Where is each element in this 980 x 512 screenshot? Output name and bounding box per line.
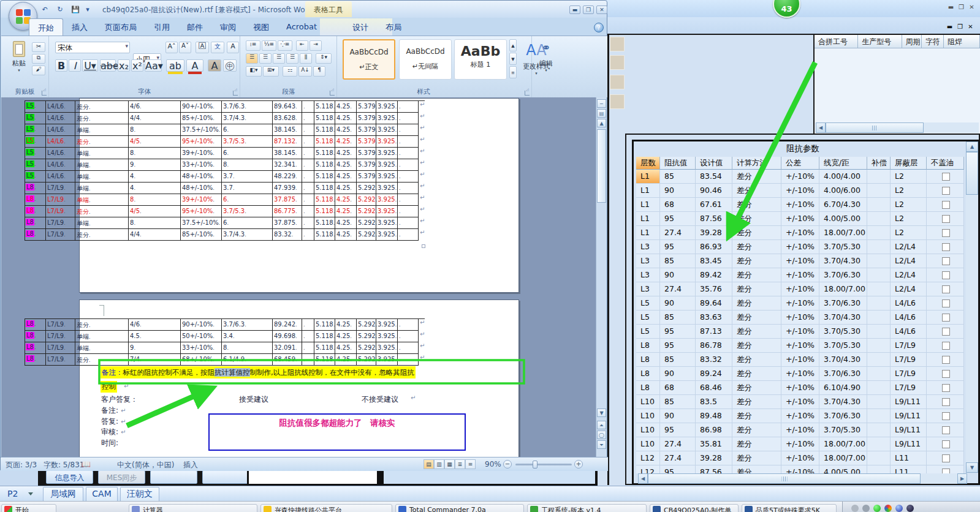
horizontal-scrollbar[interactable]: ◀: [816, 122, 979, 133]
doc-table-row[interactable]: L8L7/L9单端933+/-10%832.0915.1184.255.2923…: [25, 342, 425, 354]
redo-icon[interactable]: ↻: [54, 4, 66, 15]
param-cell-checkbox[interactable]: [927, 465, 964, 473]
highlight-color-button[interactable]: ab: [166, 59, 184, 72]
mini-column-header[interactable]: 生产型号: [858, 35, 902, 48]
shading-button[interactable]: ◧▾: [246, 66, 262, 77]
doc-table-row[interactable]: L8L7/L9差分4/690+/-10%3.7/6.389.2425.1184.…: [25, 319, 425, 331]
param-row[interactable]: L127.439.28差分+/-10%18.00/7.00L2: [636, 226, 964, 240]
checkbox[interactable]: [942, 299, 950, 307]
taskbar-item[interactable]: 兴森快捷线路公共平台: [260, 504, 392, 512]
param-row[interactable]: L59587.13差分+/-10%3.70/5.30L4/L6: [636, 325, 964, 339]
param-row[interactable]: L108583.5差分+/-10%3.70/4.30L9/L11: [636, 395, 964, 409]
view-switcher[interactable]: ▤▥▦≣≡: [424, 459, 476, 469]
dialog-launcher-icon[interactable]: [42, 91, 47, 96]
doc-warning-box[interactable]: 阻抗值很多都超能力了 请核实: [208, 413, 466, 451]
multilevel-list-button[interactable]: ⁛≡: [278, 40, 292, 51]
phonetic-guide-button[interactable]: 文: [211, 42, 224, 53]
column-header[interactable]: 层数: [636, 157, 660, 170]
tray-icon[interactable]: [873, 505, 881, 512]
param-cell-checkbox[interactable]: [927, 325, 964, 339]
doc-table-row[interactable]: L8L7/L9单端837.5+/-10%637.8755.1184.255.29…: [25, 217, 425, 229]
word-count[interactable]: 字数: 5/831: [44, 460, 84, 470]
context-tab-布局[interactable]: 布局: [377, 18, 410, 36]
param-row[interactable]: L38583.45差分+/-10%3.70/4.30L2/L4: [636, 254, 964, 268]
column-header[interactable]: 公差: [781, 157, 819, 170]
taskbar-item[interactable]: 开始: [1, 504, 56, 512]
checkbox[interactable]: [942, 384, 950, 392]
checkbox[interactable]: [942, 370, 950, 378]
param-cell-checkbox[interactable]: [927, 226, 964, 240]
styles-scrollbar[interactable]: ▲ ▼ ≡: [509, 39, 517, 80]
param-cell-checkbox[interactable]: [927, 409, 964, 423]
param-cell-checkbox[interactable]: [927, 451, 964, 465]
line-spacing-button[interactable]: ⇕▾: [316, 53, 332, 64]
param-row[interactable]: L1227.439.28差分+/-10%18.00/7.00L11: [636, 451, 964, 465]
bullets-button[interactable]: ⁝≡: [246, 40, 260, 51]
param-row[interactable]: L39586.93差分+/-10%3.70/5.30L2/L4: [636, 240, 964, 254]
param-row[interactable]: L327.435.76差分+/-10%18.00/7.00L2/L4: [636, 282, 964, 296]
button-MES同步[interactable]: MES同步: [98, 470, 145, 484]
font-name-combo[interactable]: 宋体: [55, 42, 130, 53]
zoom-out-icon[interactable]: −: [503, 460, 512, 469]
button-信息导入[interactable]: 信息导入: [46, 470, 93, 484]
param-row[interactable]: L39089.42差分+/-10%3.70/6.30L2/L4: [636, 268, 964, 282]
doc-table-row[interactable]: L5L4/L6单端837.5+/-10%638.1455.1184.255.37…: [25, 124, 425, 136]
dropdown-arrow-icon[interactable]: [28, 492, 33, 495]
param-cell-checkbox[interactable]: [927, 381, 964, 395]
align-center-button[interactable]: ☰: [259, 53, 272, 64]
doc-table-page3[interactable]: L8L7/L9差分4/690+/-10%3.7/6.389.2425.1184.…: [25, 318, 425, 366]
checkbox[interactable]: [942, 257, 950, 265]
sort-button[interactable]: A↓: [298, 66, 312, 77]
tray-icon[interactable]: [895, 505, 903, 512]
context-tab-设计[interactable]: 设计: [344, 18, 377, 36]
checkbox[interactable]: [942, 356, 950, 364]
param-cell-checkbox[interactable]: [927, 296, 964, 311]
checkbox[interactable]: [942, 285, 950, 293]
column-header[interactable]: 线宽/距: [819, 157, 867, 170]
taskbar-item[interactable]: 品质5T或特殊要求5K: [742, 504, 837, 512]
mini-column-header[interactable]: 周期: [902, 35, 922, 48]
underline-button[interactable]: U▾: [82, 59, 98, 72]
doc-field[interactable]: 审核: ↵: [101, 427, 126, 437]
tab-插入[interactable]: 插入: [63, 18, 96, 36]
borders-button[interactable]: ⊞▾: [263, 66, 279, 77]
tab-页面布局[interactable]: 页面布局: [96, 18, 145, 36]
dialog-launcher-icon[interactable]: [233, 91, 238, 96]
word-vertical-scrollbar[interactable]: ─ ▤ ▲ ▼ ⏶ ◯ ⏷: [596, 97, 606, 459]
doc-table-row[interactable]: L8L7/L9单端4.550+/-10%3.449.6985.1184.255.…: [25, 331, 425, 342]
tab-局域网[interactable]: 局域网: [43, 487, 83, 502]
checkbox[interactable]: [942, 243, 950, 251]
align-right-button[interactable]: ☰: [273, 53, 285, 64]
param-row[interactable]: L109586.98差分+/-10%3.70/5.30L9/L11: [636, 423, 964, 437]
doc-field[interactable]: 答复: ↵: [101, 416, 126, 427]
char-border-button[interactable]: A: [227, 42, 239, 53]
doc-table-row[interactable]: L5L4/L6单端448+/-10%3.748.2295.1184.255.37…: [25, 171, 425, 183]
param-row[interactable]: L89586.78差分+/-10%3.70/5.30L7/L9: [636, 339, 964, 353]
tab-审阅[interactable]: 审阅: [211, 18, 245, 36]
doc-reply-line[interactable]: 客户答复： 接受建议 不接受建议 ↵: [101, 394, 138, 405]
param-cell-checkbox[interactable]: [927, 437, 964, 451]
doc-note-line1[interactable]: 备注：标红的阻抗控制不满足，按阻抗计算值控制制作,以上阻抗线控制，在文件中没有，…: [101, 366, 416, 378]
tray-icon[interactable]: [906, 505, 914, 512]
zoom-in-icon[interactable]: +: [574, 460, 583, 469]
style-no-spacing[interactable]: AaBbCcDd ↵无间隔: [399, 39, 452, 80]
checkbox[interactable]: [942, 469, 950, 473]
param-row[interactable]: L1027.435.81差分+/-10%18.00/7.00L9/L11: [636, 437, 964, 451]
param-cell-checkbox[interactable]: [927, 240, 964, 254]
zoom-slider[interactable]: [515, 464, 572, 465]
checkbox[interactable]: [942, 201, 950, 209]
zoom-level[interactable]: 90%: [485, 460, 501, 469]
param-cell-checkbox[interactable]: [927, 198, 964, 212]
doc-note-line2[interactable]: 控制: [101, 381, 117, 393]
checkbox[interactable]: [942, 314, 950, 322]
proofing-icon[interactable]: 📖: [82, 460, 90, 469]
button-blank[interactable]: [150, 470, 197, 484]
copy-button[interactable]: ⧉: [32, 54, 45, 64]
taskbar-item[interactable]: 计算器: [129, 504, 257, 512]
change-case-button[interactable]: Aa▾: [145, 59, 162, 72]
param-cell-checkbox[interactable]: [927, 423, 964, 437]
doc-field[interactable]: 时间:: [101, 438, 118, 448]
subscript-button[interactable]: x₂: [118, 59, 130, 72]
checkbox[interactable]: [942, 271, 950, 279]
doc-table-row[interactable]: L8L7/L9差分4/595+/-10%3.7/5.386.7755.1184.…: [25, 206, 425, 217]
